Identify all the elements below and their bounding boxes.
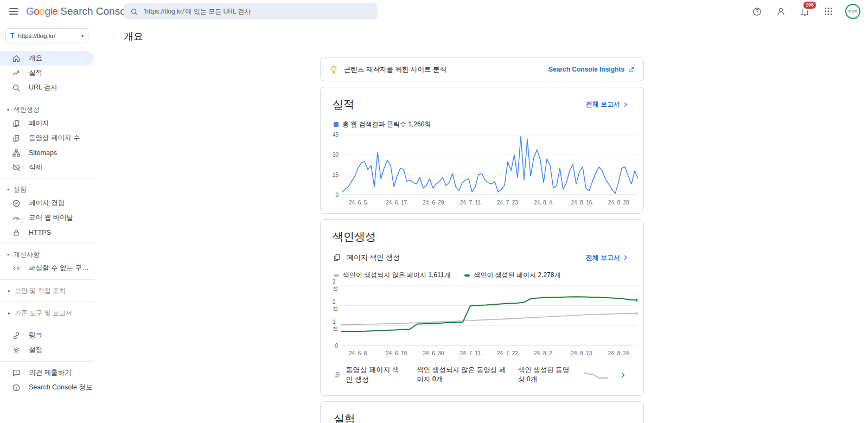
sidebar-item-label: 개요 [29,54,42,63]
check-circle-icon [12,199,21,208]
sidebar-item-removals[interactable]: 삭제 [0,160,94,175]
x-tick-label: 24. 8. 24. [608,350,645,356]
insights-link[interactable]: Search Console Insights [548,66,635,73]
trending-chart-icon [12,69,21,78]
video-indexed-stat: 색인 생성된 동영상 0개 [518,366,573,384]
main-content: 개요 콘텐츠 제작자를 위한 사이트 분석 Search Console Ins… [124,23,868,423]
caret-right-icon: ▸ [8,311,10,316]
gear-icon [12,346,21,355]
property-favicon: T [10,32,14,40]
apps-grid-icon [824,7,833,16]
sidebar-item-label: 페이지 [29,119,49,128]
clicks-legend-marker [334,122,339,127]
google-logo-text: Google [26,5,58,17]
sidebar-item-settings[interactable]: 설정 [0,343,94,357]
url-inspect-input[interactable] [144,8,371,15]
indexing-x-axis: 24. 6. 8.24. 6. 19.24. 6. 30.24. 7. 11.2… [349,350,645,356]
indexing-full-report-link[interactable]: 전체 보고서 [586,253,629,262]
sidebar-item-https[interactable]: HTTPS [0,225,94,240]
sidebar-item-core-web-vitals[interactable]: 코어 웹 바이탈 [0,210,94,225]
video-indexing-label: 동영상 페이지 색인 생성 [346,365,406,384]
pages-icon [333,253,341,262]
insights-link-label: Search Console Insights [548,66,624,73]
chevron-right-icon [622,101,629,108]
insights-banner-text: 콘텐츠 제작자를 위한 사이트 분석 [344,65,446,74]
google-apps-button[interactable] [821,4,835,18]
indexing-card: 색인생성 페이지 색인 생성 전체 보고서 색인이 생성되지 않은 페이지 1,… [320,219,644,396]
video-indexing-chevron-button[interactable] [619,371,627,379]
divider [0,361,94,362]
x-tick-label: 24. 6. 19. [386,350,423,356]
sidebar-item-pages[interactable]: 페이지 [0,116,94,131]
search-icon [12,84,21,92]
sidebar-section-experience[interactable]: ▾ 실험 [0,183,94,196]
experience-card-title: 실험 [334,412,630,423]
section-label: 실험 [14,185,27,194]
x-tick-label: 24. 8. 16. [571,200,608,206]
sidebar-item-label: 삭제 [29,163,42,172]
caret-down-icon: ▾ [7,107,9,112]
sidebar-section-indexing[interactable]: ▾ 색인생성 [0,103,94,116]
hamburger-menu-button[interactable] [3,1,24,22]
sidebar-item-feedback[interactable]: 의견 제출하기 [0,366,94,380]
notification-count-badge: 198 [802,1,817,10]
indexing-plot [341,285,637,347]
section-label: 색인생성 [14,105,40,114]
sidebar-item-video-pages[interactable]: 동영상 페이지 수 [0,131,94,145]
product-name: Search Console [60,5,133,17]
performance-card-title: 실적 [333,97,354,112]
divider [0,178,94,179]
sidebar-item-performance[interactable]: 실적 [0,66,94,80]
chevron-right-icon [619,371,627,379]
sidebar-section-enhancements[interactable]: ▾ 개선사항 [0,248,94,261]
sidebar-item-url-inspection[interactable]: URL 검사 [0,80,94,95]
sidebar-item-overview[interactable]: 개요 [0,51,94,66]
sidebar-item-unparsable-structured-data[interactable]: 파싱할 수 없는 구조화된 ... [0,261,94,275]
x-tick-label: 24. 8. 13. [571,350,608,356]
caret-right-icon: ▸ [8,289,10,293]
caret-down-icon: ▾ [7,187,9,192]
sidebar-item-page-experience[interactable]: 페이지 경험 [0,196,94,210]
pages-icon [12,119,21,128]
sidebar-item-label: URL 검사 [29,83,58,92]
performance-full-report-link[interactable]: 전체 보고서 [586,100,629,109]
notifications-button[interactable]: 198 [797,4,812,18]
divider [0,324,94,324]
sidebar-section-legacy-tools[interactable]: ▸ 기존 도구 및 보고서 [0,306,94,320]
sidebar-section-security[interactable]: ▸ 보안 및 직접 조치 [0,284,94,298]
avatar[interactable]: TLOG [845,4,860,19]
lightbulb-icon [329,65,339,74]
app-logo: Google Search Console [26,5,134,17]
not-indexed-legend-marker [334,274,339,277]
report-link-label: 전체 보고서 [586,253,620,262]
divider [0,243,94,244]
property-selector[interactable]: T https://tlog.kr/ ▾ [5,28,88,43]
sidebar-item-label: Search Console 정보 [29,383,92,392]
account-settings-button[interactable] [774,4,788,18]
search-icon [130,8,138,16]
url-inspect-search-bar[interactable] [124,3,378,20]
sidebar-item-about[interactable]: Search Console 정보 [0,380,94,395]
sidebar-item-links[interactable]: 링크 [0,328,94,343]
section-label: 보안 및 직접 조치 [15,286,66,296]
home-icon [12,54,21,63]
sidebar: T https://tlog.kr/ ▾ 개요 실적 URL 검사 ▾ 색인생성… [0,23,94,423]
sidebar-item-label: 동영상 페이지 수 [29,133,80,143]
google-logo-letter: o [34,5,39,17]
indexing-chart: 3천2천1천0 [333,285,629,347]
video-indexing-row[interactable]: 동영상 페이지 색인 생성 색인 생성되지 않은 동영상 페이지 0개 색인 생… [333,356,629,388]
help-button[interactable] [750,4,764,18]
google-logo-letter: o [39,5,44,17]
x-tick-label: 24. 7. 22. [497,350,534,356]
sidebar-item-sitemaps[interactable]: Sitemaps [0,145,94,160]
x-tick-label: 24. 6. 30. [423,350,460,356]
section-label: 개선사항 [14,250,40,259]
x-tick-label: 24. 8. 4. [534,200,571,206]
sidebar-item-label: 코어 웹 바이탈 [29,213,73,222]
sidebar-item-label: 링크 [29,331,42,340]
insights-banner: 콘텐츠 제작자를 위한 사이트 분석 Search Console Insigh… [320,57,644,81]
sidebar-item-label: 의견 제출하기 [29,368,71,377]
performance-y-axis: 4530150 [333,134,339,195]
divider [0,302,94,302]
google-logo-letter: e [52,5,58,17]
